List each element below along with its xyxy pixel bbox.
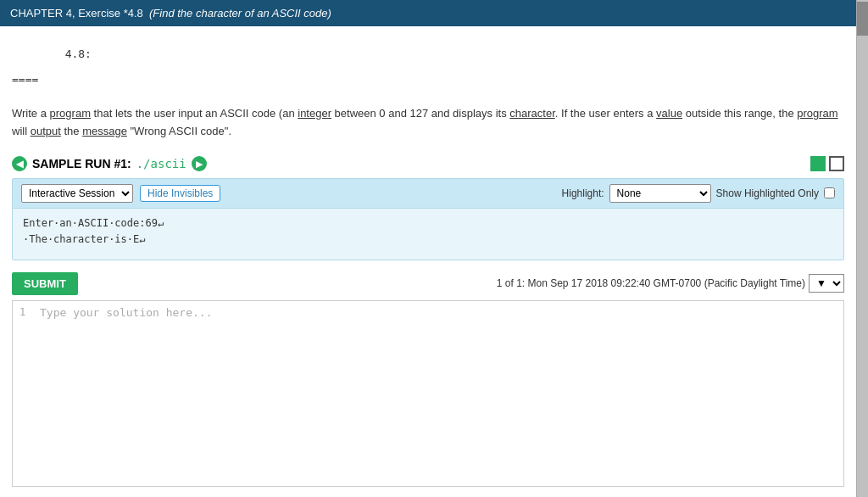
highlight-select[interactable]: None <box>609 184 711 203</box>
submission-select[interactable]: ▼ <box>809 274 844 293</box>
sample-run-left: ◀ SAMPLE RUN #1: ./ascii ▶ <box>12 156 207 171</box>
run-command: ./ascii <box>136 157 186 170</box>
chapter-subtitle: (Find the character of an ASCII code) <box>149 7 331 20</box>
line-number: 1 <box>19 306 33 318</box>
hide-invisibles-button[interactable]: Hide Invisibles <box>140 185 220 202</box>
editor-line-1: 1 Type your solution here... <box>19 306 837 319</box>
scrollbar[interactable] <box>856 0 868 497</box>
exercise-number: 4.8: ==== <box>12 35 844 98</box>
session-type-select[interactable]: Interactive Session <box>21 184 133 203</box>
run-label: SAMPLE RUN #1: <box>32 157 131 170</box>
scrollbar-thumb[interactable] <box>857 2 868 36</box>
highlight-section: Highlight: None Show Highlighted Only <box>562 184 835 203</box>
output-line-2: ·The·character·is·E↵ <box>23 232 833 248</box>
session-panel: Interactive Session Hide Invisibles High… <box>12 178 844 260</box>
green-square-icon <box>810 156 826 171</box>
highlight-label: Highlight: <box>562 187 604 199</box>
chapter-title: CHAPTER 4, Exercise *4.8 <box>10 7 143 20</box>
show-highlighted-label: Show Highlighted Only <box>716 187 819 199</box>
show-highlighted-checkbox[interactable] <box>824 187 835 198</box>
sample-run-bar: ◀ SAMPLE RUN #1: ./ascii ▶ <box>0 149 856 178</box>
session-toolbar: Interactive Session Hide Invisibles High… <box>13 179 843 209</box>
session-output: Enter·an·ASCII·code:69↵ ·The·character·i… <box>13 209 843 260</box>
run-back-icon[interactable]: ◀ <box>12 156 27 171</box>
run-forward-icon[interactable]: ▶ <box>192 156 207 171</box>
submission-info: 1 of 1: Mon Sep 17 2018 09:22:40 GMT-070… <box>497 274 844 293</box>
run-controls-right <box>810 156 844 171</box>
white-square-icon <box>829 156 844 171</box>
exercise-description: Write a program that lets the user input… <box>12 105 844 141</box>
code-editor[interactable]: 1 Type your solution here... <box>12 300 844 487</box>
submit-button[interactable]: SUBMIT <box>12 272 78 295</box>
submission-text: 1 of 1: Mon Sep 17 2018 09:22:40 GMT-070… <box>497 277 805 289</box>
output-line-1: Enter·an·ASCII·code:69↵ <box>23 215 833 232</box>
editor-placeholder: Type your solution here... <box>40 306 213 319</box>
submit-section: SUBMIT 1 of 1: Mon Sep 17 2018 09:22:40 … <box>0 267 856 300</box>
body-section: 4.8: ==== Write a program that lets the … <box>0 26 856 146</box>
chapter-header: CHAPTER 4, Exercise *4.8 (Find the chara… <box>0 0 856 26</box>
